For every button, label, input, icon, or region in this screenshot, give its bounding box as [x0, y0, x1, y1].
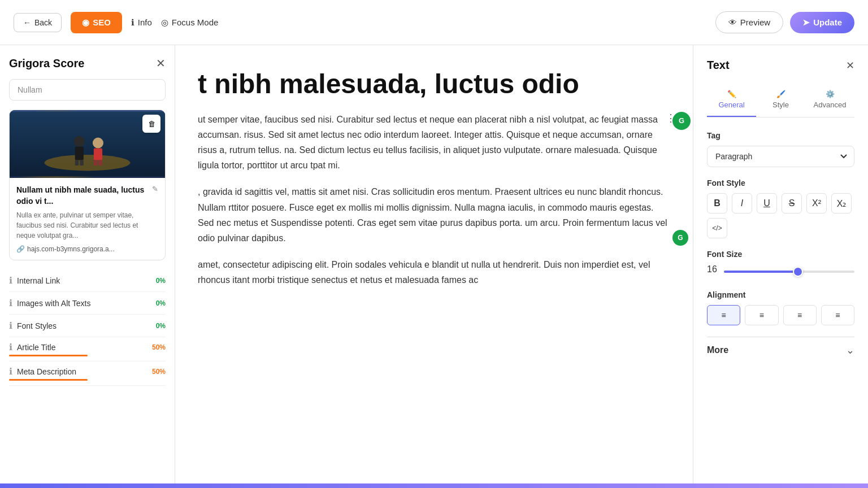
- align-center-button[interactable]: ≡: [745, 305, 778, 325]
- font-size-section: Font Size 16: [707, 250, 854, 279]
- font-style-label: Font Style: [707, 178, 854, 188]
- superscript-button[interactable]: X²: [806, 193, 827, 213]
- seo-item-font-styles[interactable]: ℹ Font Styles 0%: [9, 315, 166, 337]
- seo-info-icon-2: ℹ: [9, 298, 12, 308]
- align-left-icon: ≡: [722, 311, 726, 320]
- tab-general[interactable]: ✏️ General: [707, 83, 756, 117]
- italic-button[interactable]: I: [732, 193, 752, 213]
- seo-item-meta-description[interactable]: ℹ Meta Description 50%: [9, 361, 166, 386]
- align-left-button[interactable]: ≡: [707, 305, 740, 325]
- general-icon: ✏️: [727, 90, 736, 98]
- seo-progress-meta-description: [9, 379, 88, 381]
- svg-rect-9: [98, 160, 102, 165]
- seo-item-label: Internal Link: [17, 276, 60, 285]
- alignment-section: Alignment ≡ ≡ ≡ ≡: [707, 290, 854, 325]
- trash-icon: 🗑: [148, 120, 155, 128]
- tag-label: Tag: [707, 131, 854, 140]
- seo-item-label-4: Article Title: [17, 343, 55, 352]
- article-heading: t nibh malesuada, luctus odio: [198, 45, 670, 112]
- paragraph-2: , gravida id sagittis vel, mattis sit am…: [198, 184, 670, 246]
- sidebar-header: Grigora Score ✕: [9, 56, 166, 70]
- seo-item-article-title[interactable]: ℹ Article Title 50%: [9, 337, 166, 361]
- seo-items-list: ℹ Internal Link 0% ℹ Images with Alt Tex…: [9, 269, 166, 386]
- tab-general-label: General: [718, 101, 744, 109]
- align-right-button[interactable]: ≡: [783, 305, 817, 325]
- seo-item-label-2: Images with Alt Texts: [17, 299, 90, 308]
- seo-progress-article-title: [9, 355, 88, 356]
- subscript-button[interactable]: X₂: [831, 193, 852, 213]
- sidebar-close-button[interactable]: ✕: [156, 56, 166, 70]
- align-right-icon: ≡: [797, 311, 802, 320]
- info-button[interactable]: ℹ Info: [131, 18, 152, 28]
- info-icon: ℹ: [131, 18, 134, 28]
- search-input[interactable]: [9, 79, 166, 101]
- seo-item-images-alt[interactable]: ℹ Images with Alt Texts 0%: [9, 292, 166, 315]
- main-layout: Grigora Score ✕: [0, 45, 868, 488]
- editor-area: t nibh malesuada, luctus odio ⋮ G ut sem…: [175, 45, 693, 488]
- code-button[interactable]: </>: [707, 218, 727, 238]
- grammarly-button-2[interactable]: G: [672, 230, 688, 246]
- strikethrough-button[interactable]: S: [782, 193, 802, 213]
- topbar: ← Back ◉ SEO ℹ Info ◎ Focus Mode 👁 Previ…: [0, 0, 868, 45]
- chevron-down-icon: ⌄: [846, 344, 854, 356]
- paragraph-2-container: G , gravida id sagittis vel, mattis sit …: [198, 184, 670, 246]
- update-button[interactable]: ➤ Update: [790, 12, 854, 33]
- underline-button[interactable]: U: [757, 193, 777, 213]
- topbar-right: 👁 Preview ➤ Update: [715, 11, 854, 33]
- font-size-slider-row: 16: [707, 264, 854, 279]
- font-style-section: Font Style B I U S X² X₂ </>: [707, 178, 854, 238]
- alignment-buttons: ≡ ≡ ≡ ≡: [707, 305, 854, 325]
- font-size-value: 16: [707, 264, 717, 274]
- align-center-icon: ≡: [760, 311, 764, 320]
- font-size-slider[interactable]: [724, 271, 854, 273]
- card-link-text: hajs.com-b3ymns.grigora.a...: [27, 245, 115, 253]
- seo-item-label-3: Font Styles: [17, 321, 57, 330]
- svg-rect-3: [75, 147, 84, 160]
- seo-item-internal-link[interactable]: ℹ Internal Link 0%: [9, 269, 166, 292]
- article-delete-button[interactable]: 🗑: [142, 115, 160, 133]
- paragraph-1-container: ⋮ G ut semper vitae, faucibus sed nisi. …: [198, 112, 670, 173]
- panel-close-button[interactable]: ✕: [846, 59, 854, 72]
- advanced-icon: ⚙️: [826, 90, 835, 98]
- svg-point-6: [93, 138, 103, 149]
- paragraph-3: amet, consectetur adipiscing elit. Proin…: [198, 257, 670, 287]
- seo-badge-internal-link: 0%: [156, 277, 166, 285]
- paragraph-1: ut semper vitae, faucibus sed nisi. Cura…: [198, 112, 670, 173]
- preview-button[interactable]: 👁 Preview: [715, 11, 783, 33]
- send-icon: ➤: [802, 18, 810, 28]
- left-sidebar: Grigora Score ✕: [0, 45, 175, 488]
- svg-point-2: [74, 136, 85, 147]
- preview-icon: 👁: [728, 18, 737, 27]
- style-icon: 🖌️: [776, 90, 785, 98]
- seo-info-icon-3: ℹ: [9, 320, 12, 331]
- card-title-row: Nullam ut nibh male suada, luctus odio v…: [16, 185, 158, 207]
- grammarly-button-1[interactable]: G: [672, 112, 691, 130]
- back-button[interactable]: ← Back: [14, 13, 62, 32]
- slider-thumb[interactable]: [793, 267, 803, 277]
- more-section[interactable]: More ⌄: [707, 337, 854, 363]
- card-edit-button[interactable]: ✎: [152, 185, 158, 193]
- back-label: Back: [34, 18, 52, 27]
- link-icon: 🔗: [16, 245, 25, 253]
- back-arrow-icon: ←: [23, 18, 31, 27]
- card-link: 🔗 hajs.com-b3ymns.grigora.a...: [16, 245, 158, 253]
- right-panel: Text ✕ ✏️ General 🖌️ Style ⚙️ Advanced T…: [693, 45, 868, 488]
- tag-select[interactable]: Paragraph Heading 1 Heading 2 Heading 3: [707, 146, 854, 167]
- align-justify-icon: ≡: [835, 311, 840, 320]
- card-title: Nullam ut nibh male suada, luctus odio v…: [16, 185, 149, 207]
- svg-rect-8: [94, 160, 98, 165]
- alignment-label: Alignment: [707, 290, 854, 299]
- bold-button[interactable]: B: [707, 193, 727, 213]
- seo-info-icon-4: ℹ: [9, 342, 12, 352]
- seo-button[interactable]: ◉ SEO: [71, 12, 122, 33]
- panel-title: Text: [707, 59, 730, 72]
- align-justify-button[interactable]: ≡: [821, 305, 854, 325]
- panel-tabs: ✏️ General 🖌️ Style ⚙️ Advanced: [707, 83, 854, 117]
- tab-style[interactable]: 🖌️ Style: [756, 83, 805, 117]
- paragraph-3-container: amet, consectetur adipiscing elit. Proin…: [198, 257, 670, 287]
- slider-fill: [724, 271, 796, 273]
- focus-mode-button[interactable]: ◎ Focus Mode: [161, 18, 219, 28]
- card-excerpt: Nulla ex ante, pulvinar ut semper vitae,…: [16, 210, 158, 241]
- tab-advanced[interactable]: ⚙️ Advanced: [805, 83, 854, 117]
- seo-item-label-5: Meta Description: [17, 367, 76, 376]
